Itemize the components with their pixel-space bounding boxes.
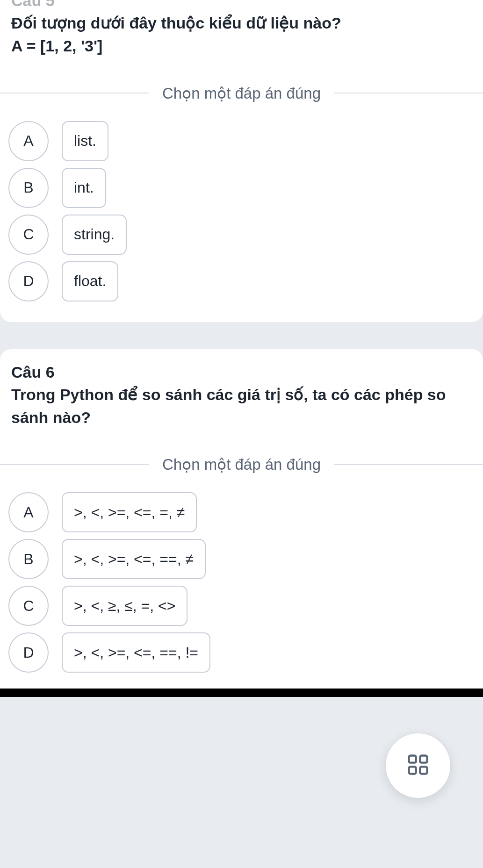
option-c[interactable]: C string. [8,215,475,255]
divider-line-right [334,93,483,93]
option-text: list. [62,121,108,161]
option-letter: C [8,586,49,626]
option-letter: A [8,492,49,532]
option-letter: B [8,539,49,579]
option-text: >, <, >=, <=, =, ≠ [62,492,197,532]
option-d[interactable]: D >, <, >=, <=, ==, != [8,632,475,673]
option-text: string. [62,215,127,255]
divider-line-right [334,464,483,465]
instruction-divider: Chọn một đáp án đúng [0,455,483,473]
option-d[interactable]: D float. [8,261,475,301]
option-text: float. [62,261,118,301]
question-text-line2: A = [1, 2, '3'] [11,35,472,57]
option-letter: C [8,215,49,255]
question-text: Trong Python để so sánh các giá trị số, … [11,383,472,430]
options-list: A list. B int. C string. D float. [0,121,483,301]
instruction-label: Chọn một đáp án đúng [149,84,334,102]
divider-line-left [0,93,149,93]
option-letter: D [8,261,49,301]
question-number: Câu 6 [11,363,472,381]
divider-line-left [0,464,149,465]
bottom-bar [0,689,483,697]
option-a[interactable]: A list. [8,121,475,161]
instruction-divider: Chọn một đáp án đúng [0,84,483,102]
question-header: Câu 5 Đối tượng dưới đây thuộc kiểu dữ l… [0,0,483,67]
option-b[interactable]: B >, <, >=, <=, ==, ≠ [8,539,475,579]
option-text: >, <, >=, <=, ==, ≠ [62,539,206,579]
option-text: >, <, ≥, ≤, =, <> [62,586,187,626]
option-text: int. [62,168,106,208]
instruction-label: Chọn một đáp án đúng [149,455,334,473]
option-b[interactable]: B int. [8,168,475,208]
option-text: >, <, >=, <=, ==, != [62,632,210,673]
option-letter: B [8,168,49,208]
options-list: A >, <, >=, <=, =, ≠ B >, <, >=, <=, ==,… [0,492,483,673]
option-a[interactable]: A >, <, >=, <=, =, ≠ [8,492,475,532]
question-card-6: Câu 6 Trong Python để so sánh các giá tr… [0,349,483,689]
option-letter: A [8,121,49,161]
option-letter: D [8,632,49,673]
option-c[interactable]: C >, <, ≥, ≤, =, <> [8,586,475,626]
question-card-5: Câu 5 Đối tượng dưới đây thuộc kiểu dữ l… [0,0,483,322]
question-text-line1: Đối tượng dưới đây thuộc kiểu dữ liệu nà… [11,12,472,35]
question-header: Câu 6 Trong Python để so sánh các giá tr… [0,363,483,439]
question-number: Câu 5 [11,0,472,10]
